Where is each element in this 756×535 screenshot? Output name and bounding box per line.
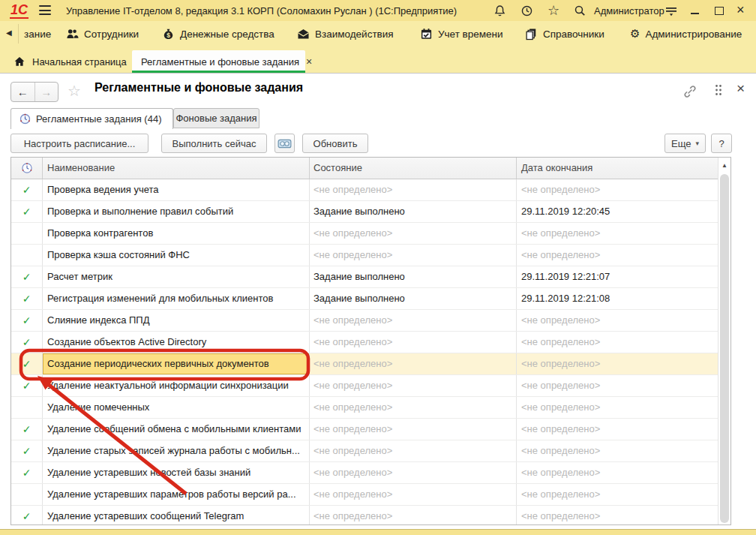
row-name: Расчет метрик [43, 266, 310, 287]
form-area: ← → ☆ Регламентные и фоновые задания × Р… [0, 73, 756, 529]
table-row[interactable]: ✓ Проверка ведения учета <не определено>… [11, 179, 730, 201]
back-button[interactable]: ← [11, 83, 35, 101]
tab-scheduled-jobs[interactable]: Регламентные и фоновые задания × [132, 50, 305, 73]
get-link-icon[interactable] [682, 84, 698, 99]
history-nav-group: ← → [10, 82, 58, 102]
table-row[interactable]: ✓ Регистрация изменений для мобильных кл… [11, 288, 730, 310]
row-date: <не определено> [517, 375, 719, 396]
column-header-status[interactable]: Состояние [310, 158, 517, 179]
tab-home[interactable]: Начальная страница [4, 50, 136, 73]
table-row[interactable]: Удаление устаревших параметров работы ве… [11, 484, 730, 506]
row-status: <не определено> [310, 310, 517, 331]
row-status: <не определено> [310, 462, 517, 483]
money-bag-icon: $ [162, 28, 175, 41]
row-date: <не определено> [517, 506, 719, 525]
sidebar-item-employees[interactable]: Сотрудники [66, 21, 139, 47]
configure-schedule-button[interactable]: Настроить расписание... [10, 134, 148, 153]
sidebar-item-time-tracking[interactable]: Учет времени [420, 21, 503, 47]
service-menu-icon[interactable] [663, 3, 680, 18]
row-status: <не определено> [310, 332, 517, 353]
home-icon [14, 56, 26, 68]
row-date: <не определено> [517, 462, 719, 483]
row-name: Регистрация изменений для мобильных клие… [43, 288, 310, 309]
more-button[interactable]: Еще▾ [664, 134, 706, 153]
table-row[interactable]: ✓ Удаление устаревших сообщений Telegram… [11, 506, 730, 525]
tab-close-icon[interactable]: × [306, 57, 312, 66]
row-check-icon: ✓ [11, 266, 43, 287]
stacked-pages-icon [525, 28, 538, 41]
jobs-table: Наименование Состояние Дата окончания ✓ … [10, 157, 731, 525]
table-row[interactable]: Удаление помеченных <не определено> <не … [11, 397, 730, 419]
table-row[interactable]: ✓ Удаление неактуальной информации синхр… [11, 375, 730, 397]
table-row[interactable]: ✓ Удаление сообщений обмена с мобильными… [11, 419, 730, 440]
favorites-star-icon[interactable]: ☆ [545, 3, 562, 18]
close-window-icon[interactable]: × [736, 2, 745, 18]
sidebar-item-catalogs[interactable]: Справочники [525, 21, 604, 47]
scroll-up-icon[interactable]: ▲ [722, 162, 728, 169]
row-name: Удаление неактуальной информации синхрон… [43, 375, 310, 396]
notifications-bell-icon[interactable] [491, 3, 508, 18]
table-row[interactable]: ✓ Создание объектов Active Directory <не… [11, 332, 730, 353]
row-date: <не определено> [517, 397, 719, 418]
row-name: Проверка контрагентов [43, 223, 310, 244]
row-check-icon [11, 245, 43, 266]
tab-scheduled[interactable]: Регламентные задания (44) [10, 108, 173, 129]
table-row[interactable]: ✓ Проверка и выполнение правил событий З… [11, 201, 730, 223]
row-check-icon: ✓ [11, 288, 43, 309]
table-row[interactable]: Проверка кэша состояний ФНС <не определе… [11, 245, 730, 266]
tab-background[interactable]: Фоновые задания [173, 108, 260, 128]
chevron-down-icon: ▾ [695, 140, 699, 147]
scheduled-clock-icon [20, 113, 31, 125]
more-menu-dots-icon[interactable] [714, 83, 723, 97]
close-form-icon[interactable]: × [736, 80, 745, 97]
glasses-icon [278, 139, 292, 149]
table-row[interactable]: ✓ Расчет метрик Задание выполнено 29.11.… [11, 266, 730, 288]
row-status: <не определено> [310, 375, 517, 396]
table-row[interactable]: ✓ Удаление старых записей журнала работы… [11, 440, 730, 462]
sidebar-item-money[interactable]: $ Денежные средства [162, 21, 274, 47]
add-favorite-star-icon[interactable]: ☆ [68, 82, 81, 100]
row-status: Задание выполнено [310, 288, 517, 309]
row-name: Удаление устаревших сообщений Telegram [43, 506, 310, 525]
table-row[interactable]: ✓ Слияние индекса ППД <не определено> <н… [11, 310, 730, 332]
search-icon[interactable] [572, 3, 588, 18]
table-row[interactable]: Проверка контрагентов <не определено> <н… [11, 223, 730, 245]
sidebar-item-cutoff[interactable]: зание [24, 21, 51, 47]
main-menu-icon[interactable] [39, 5, 51, 15]
sections-scroll-left-icon[interactable]: ◀ [6, 29, 12, 37]
refresh-button[interactable]: Обновить [302, 134, 368, 153]
envelope-icon [297, 28, 310, 41]
table-row[interactable]: ✓ Создание периодических первичных докум… [11, 353, 730, 375]
history-icon[interactable] [518, 3, 535, 18]
table-scrollbar[interactable]: ▲ [718, 158, 730, 524]
row-check-icon: ✓ [11, 506, 43, 525]
help-button[interactable]: ? [711, 134, 732, 153]
table-body: ✓ Проверка ведения учета <не определено>… [11, 179, 730, 525]
svg-text:$: $ [166, 31, 170, 38]
table-header-row[interactable]: Наименование Состояние Дата окончания [11, 158, 730, 179]
column-header-end-date[interactable]: Дата окончания [517, 158, 719, 179]
run-now-button[interactable]: Выполнить сейчас [161, 134, 267, 153]
row-date: 29.11.2019 12:20:45 [517, 201, 719, 222]
scrollbar-thumb[interactable] [720, 174, 729, 523]
row-check-icon: ✓ [11, 462, 43, 483]
title-bar: 1С Управление IT-отделом 8, редакция 3.1… [0, 0, 756, 21]
sidebar-item-interactions[interactable]: Взаимодействия [297, 21, 394, 47]
row-status: <не определено> [310, 245, 517, 266]
divider [18, 24, 19, 44]
row-name: Удаление сообщений обмена с мобильными к… [43, 419, 310, 440]
1c-logo-icon: 1С [10, 2, 28, 19]
current-user[interactable]: Администратор [594, 5, 664, 17]
column-header-name[interactable]: Наименование [43, 158, 310, 179]
open-windows-tabbar: Начальная страница Регламентные и фоновы… [0, 47, 756, 73]
row-name: Создание периодических первичных докумен… [43, 353, 310, 374]
row-check-icon [11, 223, 43, 244]
minimize-icon[interactable] [691, 13, 699, 14]
maximize-icon[interactable] [715, 7, 724, 15]
row-name: Проверка и выполнение правил событий [43, 201, 310, 222]
row-name: Удаление устаревших новостей базы знаний [43, 462, 310, 483]
app-window: 1С Управление IT-отделом 8, редакция 3.1… [0, 0, 756, 535]
table-row[interactable]: ✓ Удаление устаревших новостей базы знан… [11, 462, 730, 484]
view-journal-button[interactable] [274, 134, 295, 153]
sidebar-item-administration[interactable]: ⚙ Администрирование [630, 21, 742, 47]
